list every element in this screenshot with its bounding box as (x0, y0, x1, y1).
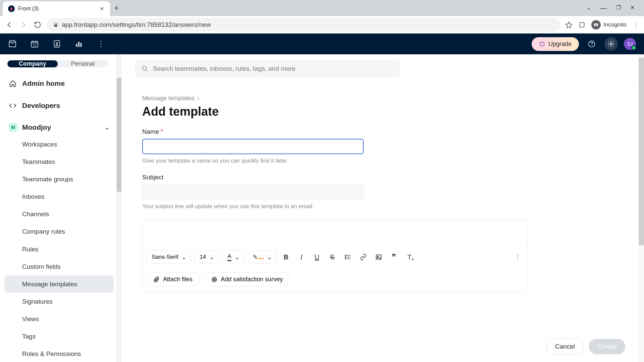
analytics-icon[interactable] (74, 40, 83, 48)
tab-company[interactable]: Company (7, 60, 58, 67)
add-survey-button[interactable]: Add satisfaction survey (204, 272, 290, 287)
name-label: Name* (142, 128, 618, 135)
upgrade-button[interactable]: Upgrade (532, 37, 579, 51)
sidebar-item-company-rules[interactable]: Company rules (5, 223, 114, 240)
sidebar-item-roles-permissions[interactable]: Roles & Permissions (5, 345, 114, 362)
sidebar-item-signatures[interactable]: Signatures (5, 293, 114, 310)
svg-rect-0 (580, 22, 584, 27)
cancel-button[interactable]: Cancel (546, 339, 584, 355)
breadcrumb-parent[interactable]: Message templates (142, 95, 195, 102)
toolbar-more-icon[interactable]: ⋮ (512, 251, 524, 263)
editor-toolbar: Sans-Serif ⌄ 14 ⌄ A ⌄ ✎ ⌄ B (143, 246, 528, 267)
sidebar-developers[interactable]: Developers (5, 98, 114, 113)
create-button[interactable]: Create (589, 339, 625, 354)
scope-toggle: Company Personal (7, 60, 108, 67)
svg-point-6 (56, 42, 58, 44)
font-size-select[interactable]: 14 ⌄ (195, 251, 219, 264)
tab-personal[interactable]: Personal (58, 60, 108, 67)
main-scrollbar[interactable] (639, 54, 644, 362)
sidebar-item-tags[interactable]: Tags (5, 328, 114, 345)
link-button[interactable] (357, 251, 369, 263)
clear-format-button[interactable]: T✕ (404, 251, 416, 263)
app-header: 31 ⋮ Upgrade SJ (0, 34, 644, 54)
search-icon (142, 65, 148, 72)
name-help: Give your template a name so you can qui… (142, 158, 618, 164)
breadcrumb: Message templates › (142, 95, 618, 102)
inbox-icon[interactable] (8, 40, 17, 48)
chevron-down-icon: ⌄ (267, 254, 272, 261)
browser-tab[interactable]: ◗ Front (3) ✕ (3, 1, 110, 16)
highlight-color-select[interactable]: ✎ ⌄ (248, 251, 277, 264)
svg-rect-8 (78, 42, 79, 47)
help-icon[interactable] (585, 37, 598, 51)
maximize-icon[interactable]: ❐ (616, 4, 621, 12)
workspace-badge: M (9, 123, 17, 132)
chevron-down-icon: ⌄ (209, 254, 214, 261)
svg-point-1 (594, 24, 596, 26)
star-plus-icon (211, 277, 217, 283)
forward-button[interactable] (19, 20, 28, 29)
sidebar-item-custom-fields[interactable]: Custom fields (5, 258, 114, 276)
lock-icon (53, 22, 58, 27)
sidebar-scrollbar[interactable] (117, 54, 121, 362)
bold-button[interactable]: B (280, 251, 292, 263)
back-button[interactable] (5, 20, 14, 29)
settings-search[interactable] (135, 60, 400, 77)
sidebar-item-inboxes[interactable]: Inboxes (5, 188, 114, 205)
sidebar-item-message-templates[interactable]: Message templates (5, 276, 114, 293)
browser-menu-icon[interactable]: ⋮ (633, 21, 639, 29)
svg-rect-9 (80, 43, 82, 47)
page-title: Add template (142, 105, 618, 119)
extensions-icon[interactable] (579, 21, 585, 28)
sidebar-item-views[interactable]: Views (5, 310, 114, 328)
close-icon[interactable]: ✕ (99, 6, 105, 12)
calendar-icon[interactable]: 31 (30, 40, 39, 48)
reload-button[interactable] (33, 20, 42, 29)
settings-icon[interactable] (604, 37, 618, 51)
favicon: ◗ (8, 5, 15, 12)
url-box[interactable]: app.frontapp.com/settings/tim:7858132/an… (47, 18, 560, 32)
svg-point-2 (596, 24, 598, 26)
underline-button[interactable]: U (311, 251, 323, 263)
subject-input[interactable] (142, 184, 364, 200)
list-button[interactable] (342, 251, 354, 263)
subject-help: Your subject line will update when you u… (142, 203, 618, 210)
svg-rect-16 (376, 255, 381, 259)
image-button[interactable] (373, 251, 385, 263)
font-family-select[interactable]: Sans-Serif ⌄ (147, 251, 191, 264)
tab-title: Front (3) (18, 6, 95, 12)
sidebar-admin-home[interactable]: Admin home (5, 76, 114, 91)
strikethrough-button[interactable]: S (326, 251, 338, 263)
main-content: Message templates › Add template Name* G… (121, 54, 639, 362)
tabs-dropdown-icon[interactable]: ⌄ (586, 4, 591, 12)
sidebar-item-channels[interactable]: Channels (5, 205, 114, 223)
sidebar-item-workspaces[interactable]: Workspaces (5, 136, 114, 153)
more-icon[interactable]: ⋮ (97, 40, 105, 48)
sidebar-item-teammate-groups[interactable]: Teammate groups (5, 171, 114, 188)
new-tab-button[interactable]: + (114, 3, 119, 13)
editor-textarea[interactable] (143, 220, 528, 246)
name-input[interactable] (142, 139, 364, 154)
svg-point-13 (345, 255, 346, 256)
quote-button[interactable]: ❞ (388, 251, 400, 263)
home-icon (9, 79, 17, 87)
chevron-down-icon: ⌄ (105, 124, 110, 131)
text-color-select[interactable]: A ⌄ (222, 250, 244, 264)
sidebar-workspace-header[interactable]: M Moodjoy ⌄ (5, 120, 114, 134)
contacts-icon[interactable] (52, 40, 61, 48)
paperclip-icon (154, 277, 160, 283)
form-footer: Cancel Create (135, 331, 625, 355)
close-window-icon[interactable]: ✕ (630, 4, 635, 12)
minimize-icon[interactable]: — (600, 4, 607, 12)
chevron-down-icon: ⌄ (181, 254, 186, 261)
sidebar-item-rules[interactable]: Rules (5, 241, 114, 258)
url-text: app.frontapp.com/settings/tim:7858132/an… (62, 21, 211, 28)
bookmark-icon[interactable] (565, 21, 573, 28)
avatar[interactable]: SJ (624, 38, 636, 50)
search-input[interactable] (153, 65, 393, 72)
svg-rect-7 (76, 44, 77, 47)
sidebar-item-teammates[interactable]: Teammates (5, 153, 114, 171)
incognito-badge: Incognito (591, 20, 627, 29)
attach-files-button[interactable]: Attach files (147, 272, 200, 287)
italic-button[interactable]: I (296, 251, 308, 263)
